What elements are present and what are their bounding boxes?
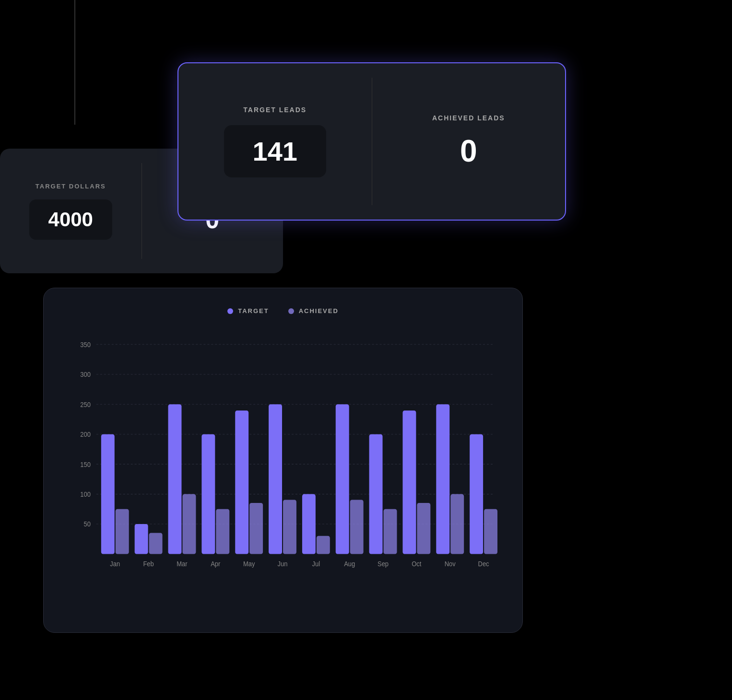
- svg-text:250: 250: [80, 401, 91, 408]
- svg-text:Jul: Jul: [312, 560, 320, 568]
- svg-rect-38: [369, 434, 383, 554]
- achieved-leads-value: 0: [460, 133, 477, 169]
- chart-area: 350 300 250 200 150 100 50: [68, 329, 498, 597]
- target-dollars-label: TARGET DOLLARS: [35, 183, 106, 190]
- legend-target: TARGET: [227, 307, 269, 315]
- svg-rect-30: [283, 500, 296, 554]
- svg-text:200: 200: [80, 431, 91, 439]
- target-leads-value: 141: [224, 125, 326, 177]
- legend-target-label: TARGET: [238, 307, 269, 315]
- svg-rect-27: [249, 503, 263, 554]
- svg-text:Feb: Feb: [143, 560, 153, 568]
- svg-text:50: 50: [83, 521, 90, 528]
- svg-rect-32: [302, 494, 316, 554]
- svg-text:100: 100: [80, 491, 91, 499]
- svg-text:May: May: [243, 560, 255, 568]
- legend-achieved-label: ACHIEVED: [299, 307, 339, 315]
- svg-rect-41: [402, 410, 416, 554]
- svg-rect-15: [116, 509, 129, 554]
- chart-legend: TARGET ACHIEVED: [68, 307, 498, 315]
- achieved-leads-section: ACHIEVED LEADS 0: [372, 63, 566, 220]
- legend-achieved-dot: [288, 308, 294, 314]
- svg-rect-18: [149, 533, 163, 554]
- svg-text:Oct: Oct: [412, 560, 421, 568]
- svg-rect-23: [201, 434, 215, 554]
- svg-rect-26: [235, 410, 248, 554]
- svg-text:Apr: Apr: [211, 560, 221, 568]
- svg-rect-44: [436, 404, 449, 554]
- svg-rect-42: [417, 503, 430, 554]
- svg-rect-14: [101, 434, 115, 554]
- target-leads-section: TARGET LEADS 141: [178, 63, 372, 220]
- target-dollars-value: 4000: [29, 199, 112, 240]
- target-leads-card: TARGET LEADS 141 ACHIEVED LEADS 0: [177, 62, 566, 221]
- svg-rect-24: [216, 509, 229, 554]
- chart-svg: 350 300 250 200 150 100 50: [68, 329, 498, 597]
- svg-rect-20: [168, 404, 182, 554]
- svg-rect-17: [135, 524, 148, 554]
- chart-card: TARGET ACHIEVED 350 300 250 200 150: [43, 288, 523, 633]
- cards-area: TARGET DOLLARS 4000 ACHIEVED 0 TARGET LE…: [0, 62, 576, 264]
- svg-rect-36: [350, 500, 364, 554]
- svg-rect-21: [182, 494, 196, 554]
- svg-rect-48: [484, 509, 497, 554]
- svg-rect-29: [269, 404, 282, 554]
- svg-text:Mar: Mar: [177, 560, 188, 568]
- svg-text:Nov: Nov: [445, 560, 456, 568]
- svg-rect-47: [470, 434, 483, 554]
- svg-text:Aug: Aug: [344, 560, 355, 568]
- svg-rect-33: [317, 536, 330, 554]
- svg-text:300: 300: [80, 371, 91, 379]
- legend-achieved: ACHIEVED: [288, 307, 339, 315]
- svg-rect-39: [384, 509, 397, 554]
- svg-text:150: 150: [80, 461, 91, 468]
- svg-rect-45: [450, 494, 464, 554]
- legend-target-dot: [227, 308, 233, 314]
- target-dollars-section: TARGET DOLLARS 4000: [0, 149, 142, 273]
- achieved-leads-label: ACHIEVED LEADS: [432, 114, 505, 122]
- target-leads-label: TARGET LEADS: [243, 106, 307, 114]
- svg-text:Jan: Jan: [110, 560, 120, 568]
- svg-rect-35: [336, 404, 349, 554]
- svg-text:Dec: Dec: [478, 560, 489, 568]
- svg-text:350: 350: [80, 341, 91, 349]
- svg-text:Sep: Sep: [378, 560, 389, 568]
- svg-text:Jun: Jun: [278, 560, 288, 568]
